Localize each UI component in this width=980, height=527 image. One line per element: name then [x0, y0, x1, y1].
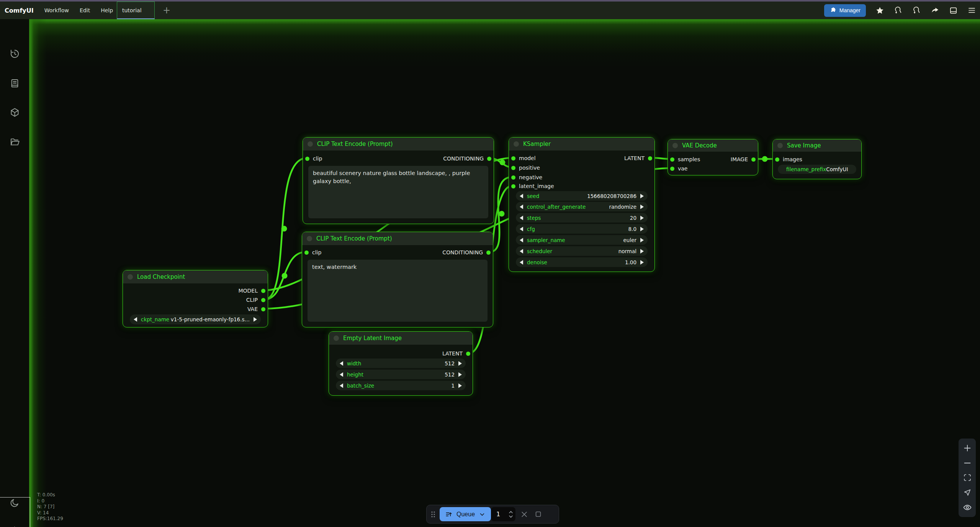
prev-arrow-icon[interactable] — [340, 372, 343, 377]
stop-button[interactable] — [533, 509, 543, 519]
menu-icon[interactable] — [967, 6, 976, 15]
node-empty-latent-image[interactable]: Empty Latent Image LATENT width 512 heig… — [329, 331, 473, 396]
output-port-dot[interactable] — [261, 289, 265, 293]
batch-count-input[interactable]: 1 — [491, 507, 515, 521]
input-port-dot[interactable] — [670, 157, 674, 162]
node-header[interactable]: Load Checkpoint — [123, 270, 268, 283]
output-port-dot[interactable] — [486, 250, 491, 255]
star-icon[interactable] — [875, 6, 884, 15]
toggle-links-button[interactable] — [962, 502, 973, 513]
prev-arrow-icon[interactable] — [520, 216, 523, 220]
cfg-widget[interactable]: cfg 8.0 — [516, 224, 648, 234]
sampler-name-widget[interactable]: sampler_name euler — [516, 235, 648, 245]
node-clip-text-encode-negative[interactable]: CLIP Text Encode (Prompt) clip CONDITION… — [302, 232, 493, 327]
collapse-dot[interactable] — [672, 143, 678, 148]
scheduler-widget[interactable]: scheduler normal — [516, 246, 648, 256]
count-stepper[interactable] — [509, 511, 513, 518]
node-ksampler[interactable]: KSampler model positive negative latent_… — [509, 137, 655, 272]
width-widget[interactable]: width 512 — [336, 358, 466, 368]
fit-view-button[interactable] — [962, 472, 973, 483]
control-after-generate-widget[interactable]: control_after_generate randomize — [516, 202, 648, 211]
next-arrow-icon[interactable] — [640, 205, 644, 209]
batch-size-widget[interactable]: batch_size 1 — [336, 381, 466, 390]
sidebar-item-queue[interactable] — [0, 72, 29, 94]
queue-button[interactable]: Queue — [440, 507, 491, 521]
next-arrow-icon[interactable] — [458, 372, 462, 377]
next-arrow-icon[interactable] — [640, 194, 644, 198]
collapse-dot[interactable] — [308, 141, 313, 147]
collapse-dot[interactable] — [307, 236, 312, 241]
node-clip-text-encode-positive[interactable]: CLIP Text Encode (Prompt) clip CONDITION… — [303, 137, 494, 224]
next-arrow-icon[interactable] — [254, 317, 257, 322]
bottom-panel-icon[interactable] — [949, 6, 958, 15]
node-header[interactable]: Save Image — [773, 139, 861, 152]
output-port-dot[interactable] — [487, 157, 491, 161]
input-port-dot[interactable] — [305, 157, 309, 161]
node-header[interactable]: CLIP Text Encode (Prompt) — [303, 137, 494, 151]
clear-queue-button[interactable] — [519, 509, 529, 519]
output-port-dot[interactable] — [261, 298, 265, 302]
prev-arrow-icon[interactable] — [520, 194, 523, 198]
menu-workflow[interactable]: Workflow — [44, 7, 69, 13]
output-port-dot[interactable] — [261, 307, 265, 311]
node-load-checkpoint[interactable]: Load Checkpoint MODEL CLIP VAE ckpt_name… — [123, 270, 268, 327]
next-arrow-icon[interactable] — [640, 238, 644, 242]
zoom-in-button[interactable] — [962, 442, 973, 454]
prompt-textarea[interactable]: beautiful scenery nature glass bottle la… — [308, 166, 488, 218]
input-port-dot[interactable] — [775, 157, 779, 162]
collapse-dot[interactable] — [777, 143, 783, 148]
output-port-dot[interactable] — [648, 156, 652, 160]
node-save-image[interactable]: Save Image images filename_prefix ComfyU… — [772, 139, 862, 179]
sidebar-item-history[interactable] — [0, 43, 29, 64]
input-port-dot[interactable] — [670, 167, 674, 171]
next-arrow-icon[interactable] — [640, 227, 644, 231]
sidebar-item-workflows[interactable] — [0, 131, 29, 152]
new-workflow-button[interactable]: + — [161, 5, 172, 16]
node-header[interactable]: CLIP Text Encode (Prompt) — [302, 232, 493, 245]
share-icon[interactable] — [931, 6, 939, 15]
next-arrow-icon[interactable] — [640, 216, 644, 220]
height-widget[interactable]: height 512 — [336, 370, 466, 379]
drag-handle-icon[interactable] — [430, 510, 436, 519]
prev-arrow-icon[interactable] — [520, 260, 523, 265]
select-mode-button[interactable] — [962, 487, 973, 498]
filename-prefix-widget[interactable]: filename_prefix ComfyUI — [778, 165, 856, 174]
run-history-icon[interactable] — [894, 6, 903, 15]
next-arrow-icon[interactable] — [458, 383, 462, 388]
node-header[interactable]: VAE Decode — [668, 139, 758, 152]
node-vae-decode[interactable]: VAE Decode samples vae IMAGE — [668, 139, 758, 175]
input-port-dot[interactable] — [511, 184, 515, 188]
menu-edit[interactable]: Edit — [80, 7, 90, 13]
manager-button[interactable]: Manager — [824, 4, 866, 17]
output-port-dot[interactable] — [466, 352, 470, 356]
input-port-dot[interactable] — [511, 156, 515, 160]
node-header[interactable]: KSampler — [509, 137, 654, 151]
prompt-textarea[interactable]: text, watermark — [308, 260, 488, 322]
input-port-dot[interactable] — [304, 250, 309, 255]
next-arrow-icon[interactable] — [640, 260, 644, 265]
menu-help[interactable]: Help — [101, 7, 113, 13]
denoise-widget[interactable]: denoise 1.00 — [516, 257, 648, 267]
workflow-tab-tutorial[interactable]: tutorial — [117, 2, 155, 19]
run-history-icon[interactable] — [912, 6, 921, 15]
ckpt-name-widget[interactable]: ckpt_name v1-5-pruned-emaonly-fp16.s… — [130, 314, 261, 324]
output-port-dot[interactable] — [751, 157, 756, 162]
next-arrow-icon[interactable] — [640, 249, 644, 254]
prev-arrow-icon[interactable] — [134, 317, 137, 322]
input-port-dot[interactable] — [511, 175, 515, 180]
collapse-dot[interactable] — [334, 336, 339, 341]
next-arrow-icon[interactable] — [458, 361, 462, 366]
collapse-dot[interactable] — [128, 274, 133, 280]
collapse-dot[interactable] — [514, 141, 519, 147]
prev-arrow-icon[interactable] — [340, 383, 343, 388]
node-header[interactable]: Empty Latent Image — [329, 332, 473, 345]
input-port-dot[interactable] — [511, 166, 515, 170]
seed-widget[interactable]: seed 156680208700286 — [516, 191, 648, 201]
steps-widget[interactable]: steps 20 — [516, 213, 648, 223]
prev-arrow-icon[interactable] — [520, 249, 523, 254]
prev-arrow-icon[interactable] — [520, 205, 523, 209]
prev-arrow-icon[interactable] — [340, 361, 343, 366]
prev-arrow-icon[interactable] — [520, 227, 523, 231]
sidebar-item-node-library[interactable] — [0, 101, 29, 123]
zoom-out-button[interactable] — [962, 457, 973, 469]
